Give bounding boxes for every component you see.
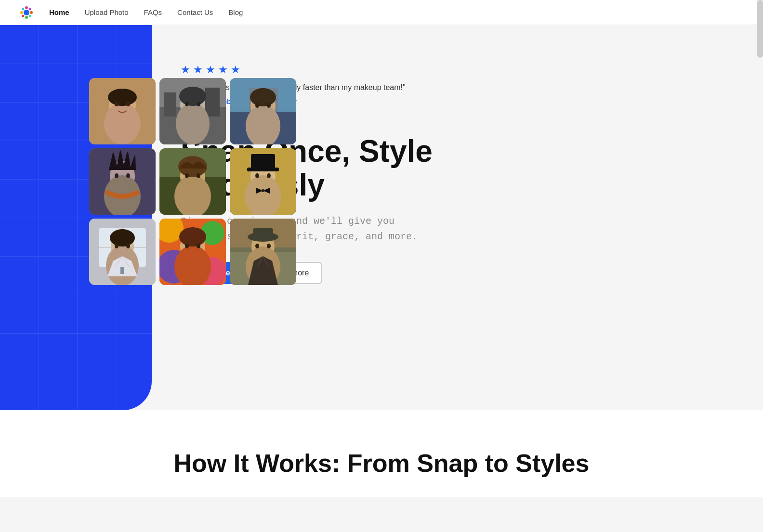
svg-point-49 — [255, 173, 259, 178]
image-grid — [89, 78, 296, 285]
portrait-cell-7 — [89, 219, 156, 285]
svg-point-35 — [115, 173, 118, 178]
scrollbar[interactable] — [757, 0, 763, 25]
svg-point-3 — [20, 11, 23, 14]
nav-faqs[interactable]: FAQs — [144, 8, 162, 16]
svg-point-11 — [104, 103, 141, 144]
svg-rect-47 — [251, 154, 275, 169]
svg-point-84 — [255, 244, 259, 248]
bottom-section: How It Works: From Snap to Styles — [0, 410, 763, 497]
svg-point-8 — [29, 14, 31, 17]
nav-contact[interactable]: Contact Us — [177, 8, 213, 16]
svg-point-1 — [25, 6, 28, 9]
scrollbar-thumb[interactable] — [757, 0, 763, 58]
svg-rect-83 — [253, 228, 273, 239]
nav-upload[interactable]: Upload Photo — [85, 8, 129, 16]
star-5: ★ — [231, 64, 240, 76]
svg-rect-63 — [120, 267, 124, 274]
svg-point-30 — [255, 103, 259, 108]
star-1: ★ — [181, 64, 190, 76]
hero-section: ★ ★ ★ ★ ★ "This app gets me red carpet r… — [0, 25, 763, 410]
nav-links: Home Upload Photo FAQs Contact Us Blog — [49, 8, 243, 16]
logo[interactable] — [19, 5, 34, 20]
svg-point-43 — [197, 173, 200, 178]
svg-rect-48 — [247, 168, 279, 171]
portrait-cell-2 — [159, 78, 226, 144]
portrait-cell-5 — [159, 148, 226, 215]
svg-point-13 — [115, 102, 118, 106]
navbar: Home Upload Photo FAQs Contact Us Blog — [0, 0, 763, 25]
star-rating: ★ ★ ★ ★ ★ — [181, 64, 421, 76]
svg-point-4 — [30, 11, 33, 14]
portrait-cell-8 — [159, 219, 226, 285]
svg-point-12 — [108, 89, 137, 106]
nav-home[interactable]: Home — [49, 8, 69, 16]
svg-point-7 — [22, 14, 25, 17]
logo-icon — [19, 5, 34, 20]
svg-point-60 — [110, 229, 135, 247]
svg-point-0 — [24, 10, 29, 15]
svg-point-61 — [115, 244, 118, 248]
svg-point-20 — [176, 103, 210, 144]
svg-point-6 — [29, 8, 31, 10]
nav-blog[interactable]: Blog — [228, 8, 243, 16]
portrait-cell-6 — [230, 148, 296, 215]
svg-point-31 — [267, 103, 271, 108]
svg-rect-17 — [164, 92, 176, 117]
svg-point-22 — [185, 102, 189, 106]
star-4: ★ — [218, 64, 228, 76]
svg-point-36 — [126, 173, 130, 178]
portrait-cell-4 — [89, 148, 156, 215]
svg-point-85 — [267, 244, 271, 248]
bottom-headline: How It Works: From Snap to Styles — [96, 449, 667, 478]
svg-point-73 — [185, 244, 189, 248]
svg-point-62 — [126, 244, 130, 248]
svg-point-14 — [126, 102, 130, 106]
svg-point-74 — [197, 244, 200, 248]
portrait-cell-9 — [230, 219, 296, 285]
svg-point-23 — [197, 102, 200, 106]
star-3: ★ — [206, 64, 215, 76]
svg-point-42 — [185, 173, 189, 178]
svg-point-72 — [179, 227, 206, 247]
svg-point-29 — [250, 88, 276, 106]
svg-point-21 — [179, 87, 206, 106]
portrait-cell-1 — [89, 78, 156, 144]
svg-rect-18 — [205, 88, 220, 117]
svg-point-5 — [22, 8, 25, 10]
svg-point-50 — [267, 173, 271, 178]
svg-point-53 — [262, 189, 264, 192]
star-2: ★ — [193, 64, 203, 76]
svg-point-2 — [25, 16, 28, 19]
portrait-cell-3 — [230, 78, 296, 144]
